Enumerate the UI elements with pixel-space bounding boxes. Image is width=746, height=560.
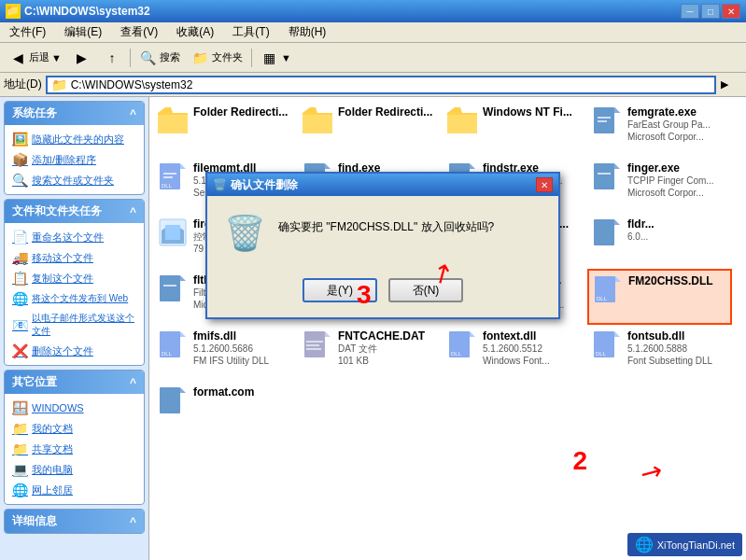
sidebar-section-file-tasks: 文件和文件夹任务 ^ 📄 重命名这个文件 🚚 移动这个文件 📋 复制这个文件 🌐 [4,199,145,366]
system-tasks-title: 系统任务 [12,105,57,121]
menu-bar: 文件(F) 编辑(E) 查看(V) 收藏(A) 工具(T) 帮助(H) [0,22,746,43]
email-icon: 📧 [12,317,28,332]
menu-favorites[interactable]: 收藏(A) [171,22,219,42]
back-dropdown-icon: ▼ [51,52,62,63]
sidebar-section-details-header[interactable]: 详细信息 ^ [5,510,144,533]
sidebar-link-my-docs[interactable]: 📁 我的文档 [12,418,136,439]
hide-folder-label: 隐藏此文件夹的内容 [32,133,124,147]
views-button[interactable]: ▦ ▼ [256,46,296,70]
views-icon: ▦ [260,49,279,67]
sidebar-link-rename[interactable]: 📄 重命名这个文件 [12,227,136,247]
menu-tools[interactable]: 工具(T) [227,22,274,42]
watermark-text: XiTongTianDi.net [657,539,735,551]
file-tasks-collapse-icon: ^ [130,205,136,218]
sidebar-link-move[interactable]: 🚚 移动这个文件 [12,247,136,268]
copy-icon: 📋 [12,271,28,286]
annotation-3: 3 [357,280,372,310]
dialog-message: 确实要把 "FM20CHSS.DLL" 放入回收站吗? [278,211,543,256]
sidebar-link-search[interactable]: 🔍 搜索文件或文件夹 [12,170,136,190]
toolbar-separator-1 [130,49,131,67]
back-label: 后退 [29,50,49,64]
search-files-icon: 🔍 [12,173,28,188]
move-icon: 🚚 [12,250,28,265]
window-title: C:\WINDOWS\system32 [24,5,150,18]
email-label: 以电子邮件形式发送这个文件 [32,312,136,338]
my-computer-label: 我的电脑 [32,463,73,477]
menu-file[interactable]: 文件(F) [4,22,51,42]
sidebar-link-my-computer[interactable]: 💻 我的电脑 [12,459,136,480]
window-icon: 📁 [6,4,21,19]
minimize-button[interactable]: ─ [681,4,699,19]
dialog-title-bar: 🗑️ 确认文件删除 ✕ [207,174,558,196]
sidebar-link-network[interactable]: 🌐 网上邻居 [12,480,136,500]
folders-label: 文件夹 [212,50,243,64]
system-tasks-collapse-icon: ^ [130,107,136,120]
sidebar-section-system-tasks-body: 🖼️ 隐藏此文件夹的内容 📦 添加/删除程序 🔍 搜索文件或文件夹 [5,125,144,194]
search-files-label: 搜索文件或文件夹 [32,174,114,188]
my-docs-icon: 📁 [12,421,28,436]
sidebar-section-other-locations: 其它位置 ^ 🪟 WINDOWS 📁 我的文档 📁 共享文档 💻 [4,370,145,505]
publish-web-icon: 🌐 [12,291,28,306]
sidebar-section-file-tasks-body: 📄 重命名这个文件 🚚 移动这个文件 📋 复制这个文件 🌐 将这个文件发布到 W… [5,223,144,365]
toolbar: ◀ 后退 ▼ ▶ ↑ 🔍 搜索 📁 文件夹 ▦ ▼ [0,43,746,73]
rename-icon: 📄 [12,230,28,245]
search-label: 搜索 [160,50,180,64]
title-bar-buttons: ─ □ ✕ [681,4,740,19]
address-input[interactable]: 📁 C:\WINDOWS\system32 [46,76,716,94]
sidebar-section-file-tasks-header[interactable]: 文件和文件夹任务 ^ [5,200,144,223]
sidebar-link-publish-web[interactable]: 🌐 将这个文件发布到 Web [12,288,136,309]
back-button[interactable]: ◀ 后退 ▼ [4,46,66,70]
details-collapse-icon: ^ [130,515,136,528]
move-label: 移动这个文件 [32,251,93,265]
maximize-button[interactable]: □ [701,4,720,19]
address-value: C:\WINDOWS\system32 [71,78,193,91]
watermark-logo: 🌐 [635,536,654,553]
folders-icon: 📁 [191,49,210,67]
main-layout: 系统任务 ^ 🖼️ 隐藏此文件夹的内容 📦 添加/删除程序 🔍 搜索文件或文件夹 [0,97,746,560]
other-locations-collapse-icon: ^ [130,376,136,389]
sidebar-link-copy[interactable]: 📋 复制这个文件 [12,268,136,288]
windows-icon: 🪟 [12,400,28,415]
close-button[interactable]: ✕ [722,4,740,19]
windows-label: WINDOWS [32,402,84,413]
menu-view[interactable]: 查看(V) [115,22,163,42]
up-button[interactable]: ↑ [98,46,126,70]
folders-button[interactable]: 📁 文件夹 [187,46,247,70]
sidebar-link-email[interactable]: 📧 以电子邮件形式发送这个文件 [12,309,136,341]
sidebar-section-details: 详细信息 ^ [4,509,145,534]
sidebar-link-windows[interactable]: 🪟 WINDOWS [12,398,136,418]
sidebar-section-system-tasks: 系统任务 ^ 🖼️ 隐藏此文件夹的内容 📦 添加/删除程序 🔍 搜索文件或文件夹 [4,101,145,195]
dialog-title-icon: 🗑️ [213,178,227,191]
menu-edit[interactable]: 编辑(E) [59,22,107,42]
sidebar-section-other-locations-header[interactable]: 其它位置 ^ [5,371,144,394]
sidebar-link-delete[interactable]: ❌ 删除这个文件 [12,341,136,361]
back-icon: ◀ [8,49,27,67]
add-remove-label: 添加/删除程序 [32,153,96,167]
address-bar: 地址(D) 📁 C:\WINDOWS\system32 ▶ [0,73,746,97]
dialog-body: 🗑️ 确实要把 "FM20CHSS.DLL" 放入回收站吗? [207,196,558,271]
address-go-button[interactable]: ▶ [720,75,742,95]
network-icon: 🌐 [12,483,28,497]
forward-button[interactable]: ▶ [68,46,96,70]
forward-icon: ▶ [73,49,91,67]
dialog-overlay: 🗑️ 确认文件删除 ✕ 🗑️ 确实要把 "FM20CHSS.DLL" 放入回收站… [149,97,746,560]
other-locations-title: 其它位置 [12,374,57,390]
file-area: Folder Redirecti... Folder Redirecti... [149,97,746,560]
toolbar-separator-2 [251,49,252,67]
sidebar-section-system-tasks-header[interactable]: 系统任务 ^ [5,102,144,125]
sidebar-link-add-remove[interactable]: 📦 添加/删除程序 [12,149,136,170]
sidebar-link-shared-docs[interactable]: 📁 共享文档 [12,439,136,459]
dialog-recycle-icon: 🗑️ [222,211,267,256]
sidebar-link-hide-folder[interactable]: 🖼️ 隐藏此文件夹的内容 [12,129,136,149]
shared-docs-icon: 📁 [12,441,28,456]
up-icon: ↑ [103,49,121,67]
network-label: 网上邻居 [32,483,73,497]
search-button[interactable]: 🔍 搜索 [134,46,185,70]
my-docs-label: 我的文档 [32,422,73,436]
menu-help[interactable]: 帮助(H) [283,22,332,42]
my-computer-icon: 💻 [12,462,28,477]
delete-label: 删除这个文件 [32,344,93,358]
dialog-buttons: 是(Y) 否(N) [207,271,558,317]
dialog-close-button[interactable]: ✕ [536,177,553,192]
search-icon: 🔍 [139,49,158,67]
